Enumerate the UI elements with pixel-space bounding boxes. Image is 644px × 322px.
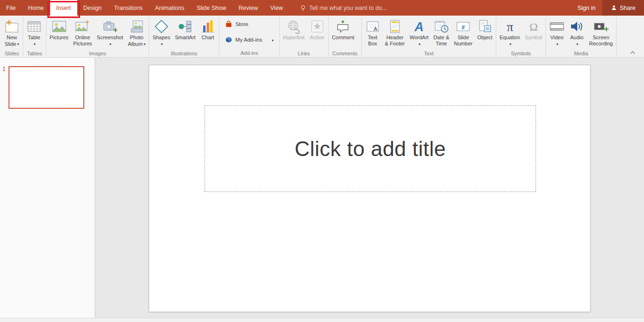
tab-home[interactable]: Home [22,0,50,16]
title-placeholder[interactable]: Click to add title [205,105,536,192]
horizontal-scrollbar[interactable] [0,318,644,322]
group-label-images: Images [46,51,149,58]
share-button[interactable]: Share [602,0,644,16]
button-label: Symbol [525,35,542,41]
my-add-ins-icon [225,36,233,44]
hyperlink-icon [286,18,302,35]
hyperlink-button[interactable]: Hyperlink [281,16,307,51]
object-icon [477,18,492,35]
action-icon [310,18,325,35]
button-label: Screenshot [97,35,123,41]
group-label-tables: Tables [23,51,46,58]
tell-me-box[interactable]: Tell me what you want to do... [300,0,387,16]
dropdown-arrow-icon [16,41,19,47]
lightbulb-icon [300,5,306,11]
tab-transitions[interactable]: Transitions [108,0,149,16]
button-label: Photo [130,35,143,41]
button-label: Box [368,41,377,47]
workspace: 1 Click to add title [0,58,644,318]
button-label: Hyperlink [283,35,305,41]
wordart-button[interactable]: A WordArt [407,16,431,51]
titlebar-right: Sign in Share [571,0,644,16]
button-label: Slide [457,35,469,41]
collapse-ribbon-button[interactable] [621,49,644,57]
smartart-button[interactable]: SmartArt [172,16,197,51]
store-label: Store [235,21,249,27]
object-button[interactable]: Object [475,16,495,51]
ribbon-group-tables: Table Tables [23,16,46,57]
ribbon-group-illustrations: Shapes SmartArt [149,16,219,57]
slide-thumbnail-panel[interactable]: 1 [0,58,95,318]
chart-button[interactable]: Chart [198,16,218,51]
table-icon [27,18,42,35]
ribbon-group-comments: Comment Comments [329,16,361,57]
new-slide-button[interactable]: New Slide [2,16,22,51]
tab-view[interactable]: View [264,0,289,16]
tab-file[interactable]: File [0,0,22,16]
date-time-icon [434,18,449,35]
button-label: Pictures [50,35,69,41]
tab-review[interactable]: Review [233,0,264,16]
action-button[interactable]: Action [307,16,327,51]
slide-thumbnail-1[interactable] [9,66,84,109]
screenshot-icon [102,18,117,35]
tab-design[interactable]: Design [77,0,108,16]
button-label: Number [454,41,473,47]
screen-recording-button[interactable]: Screen Recording [587,16,615,51]
slide-number-icon: # [456,18,471,35]
svg-text:A: A [414,20,424,34]
symbol-button[interactable]: Ω Symbol [522,16,545,51]
title-placeholder-text: Click to add title [295,137,446,161]
sign-in-button[interactable]: Sign in [571,0,602,16]
shapes-icon [154,18,169,35]
online-pictures-icon [75,18,90,35]
button-label: Online [75,35,90,41]
powerpoint-window: File Home Insert Design Transitions Anim… [0,0,644,322]
dropdown-arrow-icon [108,41,111,47]
text-box-button[interactable]: A Text Box [363,16,383,51]
shapes-button[interactable]: Shapes [150,16,172,51]
tab-animations[interactable]: Animations [149,0,190,16]
text-box-icon: A [365,18,380,35]
video-icon [549,18,564,35]
audio-button[interactable]: Audio [567,16,587,51]
dropdown-arrow-icon [160,41,163,47]
store-button[interactable]: Store [223,19,250,29]
pictures-button[interactable]: Pictures [47,16,71,51]
dropdown-arrow-icon [33,41,36,47]
comment-icon [335,18,350,35]
ribbon-group-text: A Text Box Header & Footer [362,16,496,57]
slide-canvas[interactable]: Click to add title [95,58,644,318]
ribbon-group-links: Hyperlink Action Links [280,16,328,57]
button-label: Text [368,35,377,41]
svg-text:#: # [462,24,465,30]
photo-album-button[interactable]: Photo Album [125,16,148,51]
button-label: Equation [500,35,520,41]
dropdown-arrow-icon [509,41,511,47]
equation-button[interactable]: π Equation [497,16,522,51]
online-pictures-button[interactable]: Online Pictures [71,16,95,51]
button-label: Object [477,35,492,41]
tab-insert[interactable]: Insert [50,0,77,16]
dropdown-arrow-icon [271,37,274,43]
share-person-icon [611,5,617,11]
my-add-ins-button[interactable]: My Add-ins [223,35,276,44]
header-footer-button[interactable]: Header & Footer [383,16,407,51]
tab-slide-show[interactable]: Slide Show [190,0,233,16]
tell-me-text: Tell me what you want to do... [309,5,387,11]
dropdown-arrow-icon [418,41,420,47]
button-label: Date & [433,35,449,41]
slide-number-button[interactable]: # Slide Number [452,16,475,51]
table-button[interactable]: Table [24,16,44,51]
group-separator [616,17,617,56]
smartart-icon [178,18,193,35]
audio-icon [569,18,584,35]
store-icon [225,20,233,28]
video-button[interactable]: Video [547,16,567,51]
comment-button[interactable]: Comment [330,16,357,51]
screenshot-button[interactable]: Screenshot [94,16,125,51]
slide-number-label: 1 [2,66,9,72]
date-time-button[interactable]: Date & Time [431,16,452,51]
button-label: & Footer [385,41,405,47]
slide-editing-area[interactable]: Click to add title [149,65,590,312]
